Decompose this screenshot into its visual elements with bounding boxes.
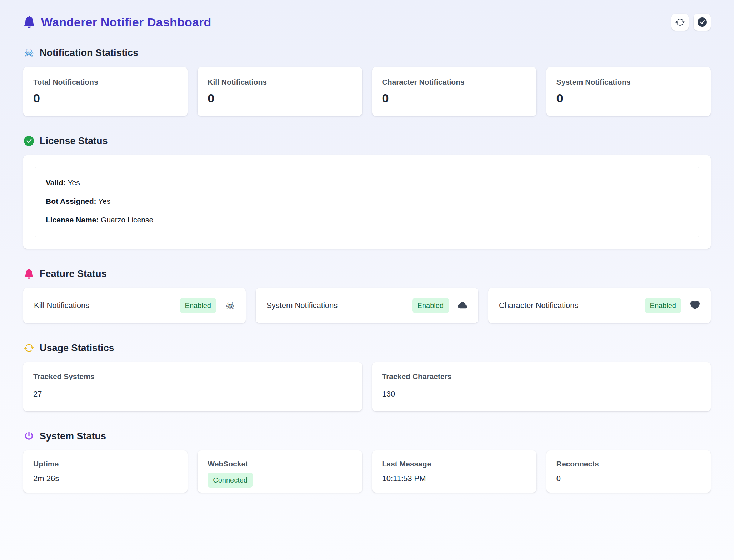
stat-card-kill-notifications: Kill Notifications0 [198, 67, 362, 116]
license-field-label: Bot Assigned: [46, 197, 96, 205]
usage-card-value: 130 [382, 389, 701, 399]
system-card-websocket: WebSocketConnected [198, 450, 362, 493]
section-title: Notification Statistics [40, 47, 138, 59]
feature-card-label: Kill Notifications [34, 301, 89, 310]
feature-status-badge: Enabled [180, 298, 216, 313]
power-icon [23, 430, 35, 442]
stat-card-character-notifications: Character Notifications0 [372, 67, 536, 116]
section-system-status: System Status Uptime2m 26sWebSocketConne… [23, 430, 711, 493]
system-status-grid: Uptime2m 26sWebSocketConnectedLast Messa… [23, 450, 711, 493]
feature-card-status-group: Enabled [645, 298, 700, 313]
sync-icon [23, 342, 35, 354]
stat-card-value: 0 [556, 91, 701, 105]
feature-status-grid: Kill NotificationsEnabled☠System Notific… [23, 288, 711, 323]
system-card-label: WebSocket [208, 460, 352, 468]
license-card: Valid: YesBot Assigned: YesLicense Name:… [23, 155, 711, 249]
skull-crossbones-icon: ☠ [23, 47, 35, 59]
bell-icon [23, 268, 35, 279]
app-header: Wanderer Notifier Dashboard [23, 0, 711, 31]
websocket-status-badge: Connected [208, 473, 253, 488]
heart-icon [690, 301, 700, 311]
license-details: Valid: YesBot Assigned: YesLicense Name:… [35, 167, 699, 237]
usage-stats-grid: Tracked Systems27Tracked Characters130 [23, 362, 711, 411]
license-field-label: License Name: [46, 216, 99, 224]
dashboard-page: Wanderer Notifier Dashboard ☠ Notificati… [0, 0, 734, 560]
stat-card-label: Kill Notifications [208, 78, 352, 86]
system-card-uptime: Uptime2m 26s [23, 450, 188, 493]
section-title: License Status [40, 136, 108, 147]
feature-card-kill-notifications: Kill NotificationsEnabled☠ [23, 288, 246, 323]
refresh-button[interactable] [671, 14, 689, 31]
usage-card-tracked-systems: Tracked Systems27 [23, 362, 362, 411]
system-card-label: Last Message [382, 460, 526, 468]
system-card-reconnects: Reconnects0 [546, 450, 711, 493]
system-card-value: 2m 26s [33, 474, 178, 483]
license-field-value: Yes [98, 197, 110, 205]
section-header: ☠ Notification Statistics [23, 47, 711, 59]
stat-card-label: System Notifications [556, 78, 701, 86]
section-title: Feature Status [40, 268, 107, 279]
header-actions [671, 14, 711, 31]
system-card-value: 0 [556, 474, 701, 483]
bell-icon [23, 16, 35, 28]
section-license-status: License Status Valid: YesBot Assigned: Y… [23, 135, 711, 249]
feature-card-system-notifications: System NotificationsEnabled [256, 288, 478, 323]
feature-card-character-notifications: Character NotificationsEnabled [488, 288, 711, 323]
feature-card-label: System Notifications [266, 301, 338, 310]
usage-card-label: Tracked Characters [382, 372, 701, 381]
system-card-label: Reconnects [556, 460, 701, 468]
section-header: License Status [23, 135, 711, 147]
feature-card-label: Character Notifications [499, 301, 579, 310]
skull-crossbones-icon: ☠ [225, 301, 235, 311]
license-field-license-name: License Name: Guarzo License [46, 216, 688, 224]
system-card-last-message: Last Message10:11:53 PM [372, 450, 536, 493]
section-feature-status: Feature Status Kill NotificationsEnabled… [23, 268, 711, 323]
section-usage-statistics: Usage Statistics Tracked Systems27Tracke… [23, 342, 711, 411]
stat-card-label: Total Notifications [33, 78, 178, 86]
feature-status-badge: Enabled [645, 298, 681, 313]
stat-card-system-notifications: System Notifications0 [546, 67, 711, 116]
section-title: Usage Statistics [40, 343, 114, 354]
license-field-bot-assigned: Bot Assigned: Yes [46, 197, 688, 206]
stat-card-value: 0 [33, 91, 178, 105]
usage-card-tracked-characters: Tracked Characters130 [372, 362, 711, 411]
system-card-label: Uptime [33, 460, 178, 468]
usage-card-label: Tracked Systems [33, 372, 352, 381]
stat-card-total-notifications: Total Notifications0 [23, 67, 188, 116]
notification-stats-grid: Total Notifications0Kill Notifications0C… [23, 67, 711, 116]
stat-card-value: 0 [382, 91, 526, 105]
license-field-value: Yes [68, 178, 80, 187]
license-field-value: Guarzo License [101, 216, 153, 224]
section-title: System Status [40, 431, 106, 442]
section-header: Usage Statistics [23, 342, 711, 354]
license-field-label: Valid: [46, 178, 66, 187]
feature-card-status-group: Enabled [412, 298, 468, 313]
system-card-value: 10:11:53 PM [382, 474, 526, 483]
feature-card-status-group: Enabled☠ [180, 298, 235, 313]
stat-card-value: 0 [208, 91, 352, 105]
badge-wrap: Connected [208, 468, 352, 488]
section-notification-statistics: ☠ Notification Statistics Total Notifica… [23, 47, 711, 116]
page-title: Wanderer Notifier Dashboard [41, 15, 211, 29]
stat-card-label: Character Notifications [382, 78, 526, 86]
section-header: Feature Status [23, 268, 711, 279]
cloud-icon [458, 301, 468, 311]
check-circle-icon [23, 135, 35, 147]
status-check-button[interactable] [694, 14, 711, 31]
feature-status-badge: Enabled [412, 298, 449, 313]
section-header: System Status [23, 430, 711, 442]
license-field-valid: Valid: Yes [46, 178, 688, 187]
usage-card-value: 27 [33, 389, 352, 399]
